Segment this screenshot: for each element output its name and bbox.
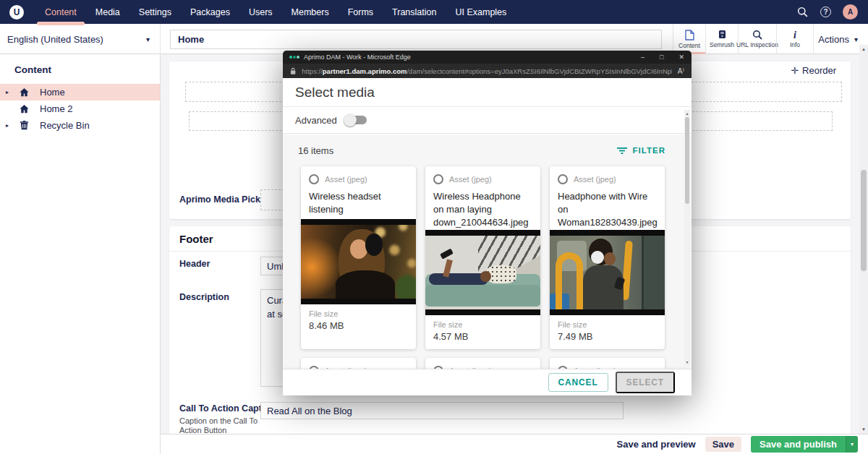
magnifier-icon	[752, 30, 762, 40]
asset-card[interactable]: Asset (jpeg) Headphone with Wire on Woma…	[550, 166, 665, 349]
app-tab-content[interactable]: Content	[673, 24, 705, 54]
window-title-bar[interactable]: Aprimo DAM - Work - Microsoft Edge – □ ✕	[283, 51, 692, 64]
tree-item-label: Home	[0, 87, 65, 98]
nav-item-settings[interactable]: Settings	[129, 0, 181, 24]
actions-dropdown[interactable]: Actions ▾	[818, 24, 858, 54]
nav-item-packages[interactable]: Packages	[181, 0, 239, 24]
reorder-label: Reorder	[802, 65, 836, 76]
tree-item-home[interactable]: ▸ Home	[0, 84, 160, 100]
umbraco-logo-icon[interactable]: U	[9, 5, 24, 20]
nav-item-content[interactable]: Content	[35, 0, 86, 24]
cancel-button[interactable]: CANCEL	[548, 373, 608, 392]
editor-toolbar: English (United States) ▾ Home Content S…	[0, 24, 868, 54]
scroll-up-icon[interactable]: ▲	[859, 47, 868, 51]
scroll-up-icon[interactable]: ▲	[684, 111, 690, 116]
language-selector[interactable]: English (United States) ▾	[0, 24, 161, 54]
asset-card[interactable]: Asset (jpeg)	[301, 358, 416, 369]
tree-item-recycle-bin[interactable]: ▸ Recycle Bin	[0, 117, 160, 134]
cta-caption-help: Caption on the Call To	[179, 416, 258, 425]
description-field-label: Description	[179, 292, 229, 302]
asset-thumbnail[interactable]	[301, 219, 416, 304]
app-tab-label: URL Inspection	[736, 41, 778, 48]
chevron-down-icon: ▾	[854, 35, 858, 43]
asset-photo	[425, 236, 540, 309]
nav-item-members[interactable]: Members	[282, 0, 339, 24]
select-button[interactable]: SELECT	[616, 372, 675, 393]
save-button[interactable]: Save	[705, 437, 741, 452]
toggle-knob[interactable]	[344, 113, 357, 127]
browser-address-bar[interactable]: https://partner1.dam.aprimo.com/dam/sele…	[283, 64, 692, 78]
asset-type: Asset (jpeg)	[325, 175, 367, 184]
tree-section-title: Content	[0, 54, 160, 84]
asset-radio[interactable]	[558, 174, 568, 184]
actions-label: Actions	[818, 34, 849, 45]
tree-item-home-2[interactable]: Home 2	[0, 100, 160, 117]
semrush-icon	[718, 30, 727, 40]
nav-item-ui-examples[interactable]: UI Examples	[446, 0, 516, 24]
scroll-down-icon[interactable]: ▼	[859, 427, 868, 432]
content-apps: Content Semrush URL Inspection i Info	[673, 24, 814, 54]
advanced-label: Advanced	[295, 115, 337, 126]
app-tab-url-inspection[interactable]: URL Inspection	[738, 24, 776, 54]
minimize-icon[interactable]: –	[641, 54, 644, 61]
app-tab-semrush[interactable]: Semrush	[705, 24, 738, 54]
content-tree-sidebar: Content ▸ Home Home 2 ▸ Recycle Bin	[0, 54, 161, 454]
asset-list-area: 16 items FILTER Asset (jpeg) Wire	[283, 134, 692, 369]
asset-radio[interactable]	[433, 174, 443, 184]
app-tab-label: Info	[790, 41, 800, 48]
nav-item-forms[interactable]: Forms	[339, 0, 383, 24]
document-icon	[684, 30, 694, 40]
advanced-toggle[interactable]	[345, 116, 367, 124]
scroll-down-icon[interactable]: ▼	[684, 360, 690, 364]
nav-item-translation[interactable]: Translation	[383, 0, 446, 24]
user-avatar[interactable]: A	[843, 4, 858, 20]
picker-title: Select media	[283, 78, 692, 107]
filter-button[interactable]: FILTER	[617, 146, 665, 155]
app-tab-info[interactable]: i Info	[776, 24, 814, 54]
asset-thumbnail[interactable]	[550, 230, 665, 315]
asset-radio[interactable]	[309, 174, 319, 184]
app-tab-label: Semrush	[710, 41, 734, 48]
search-icon[interactable]	[796, 6, 809, 19]
caret-right-icon[interactable]: ▸	[6, 89, 9, 95]
home-icon	[19, 103, 30, 114]
scrollbar-thumb[interactable]	[685, 117, 689, 204]
asset-thumbnail[interactable]	[425, 230, 540, 315]
publish-options-caret-icon[interactable]: ▾	[846, 436, 858, 453]
caret-right-icon[interactable]: ▸	[6, 122, 9, 129]
maximize-icon[interactable]: □	[660, 54, 663, 61]
node-name-input[interactable]: Home	[170, 30, 662, 49]
nav-item-users[interactable]: Users	[239, 0, 282, 24]
asset-card[interactable]: Asset (jpeg) Wireless Headphone on man l…	[425, 166, 540, 349]
save-footer-bar: Save and preview Save Save and publish ▾	[161, 434, 868, 454]
lock-icon	[290, 67, 296, 75]
asset-card[interactable]: Asset (jpeg) Wireless headset listening …	[301, 166, 416, 349]
save-and-preview-button[interactable]: Save and preview	[617, 439, 696, 450]
file-size-value: 4.57 MB	[433, 331, 532, 342]
asset-card[interactable]: Asset (jpeg)	[550, 358, 665, 369]
close-icon[interactable]: ✕	[678, 54, 684, 61]
picker-scrollbar[interactable]: ▲ ▼	[684, 110, 690, 366]
page-scrollbar[interactable]: ▲ ▼	[859, 45, 868, 434]
scrollbar-thumb[interactable]	[861, 170, 867, 271]
language-label: English (United States)	[7, 34, 103, 45]
asset-title: Wireless Headphone on man laying down_21…	[433, 190, 532, 228]
read-aloud-icon[interactable]: A⁾	[678, 67, 684, 75]
asset-card[interactable]: Asset (jpeg)	[425, 358, 540, 369]
media-picker-body: Select media Advanced 16 items FILTER	[283, 78, 692, 395]
aprimo-dam-window: Aprimo DAM - Work - Microsoft Edge – □ ✕…	[283, 51, 692, 395]
asset-type: Asset (jpeg)	[574, 175, 616, 184]
header-field-label: Header	[179, 259, 210, 269]
picker-footer: CANCEL SELECT	[283, 369, 692, 395]
save-and-publish-button[interactable]: Save and publish ▾	[751, 436, 858, 453]
asset-grid-row-1: Asset (jpeg) Wireless headset listening …	[283, 166, 692, 349]
app-tab-label: Content	[678, 42, 700, 49]
cta-caption-input[interactable]: Read All on the Blog	[260, 402, 624, 419]
reorder-button[interactable]: ✛ Reorder	[791, 65, 836, 76]
window-title: Aprimo DAM - Work - Microsoft Edge	[304, 53, 411, 61]
help-icon[interactable]: ?	[820, 7, 831, 17]
trash-icon	[19, 120, 30, 131]
chevron-down-icon: ▾	[146, 35, 150, 43]
nav-item-media[interactable]: Media	[86, 0, 129, 24]
save-and-publish-label[interactable]: Save and publish	[751, 436, 846, 453]
